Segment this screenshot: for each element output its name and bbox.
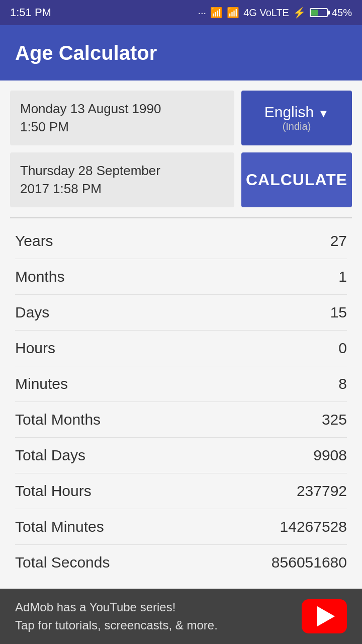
date-input-2[interactable]: Thursday 28 September 2017 1:58 PM: [10, 152, 234, 207]
bolt-icon: ⚡: [293, 7, 306, 19]
network-label: 4G VoLTE: [243, 7, 289, 19]
signal-icon: 📶: [227, 7, 239, 19]
ad-line2: Tap for tutorials, screencasts, & more.: [15, 616, 218, 634]
result-row: Total Seconds 856051680: [15, 545, 347, 580]
result-label: Total Minutes: [15, 518, 104, 535]
result-label: Total Months: [15, 411, 101, 428]
input-row-2: Thursday 28 September 2017 1:58 PM CALCU…: [10, 152, 352, 207]
app-title: Age Calculator: [15, 42, 157, 64]
result-value: 1: [338, 268, 347, 285]
result-value: 325: [322, 411, 347, 428]
results-section: Years 27 Months 1 Days 15 Hours 0 Minute…: [0, 218, 362, 590]
wifi-icon: 📶: [210, 7, 223, 19]
result-label: Hours: [15, 340, 55, 357]
youtube-play-button[interactable]: [302, 599, 347, 633]
result-value: 15: [330, 304, 347, 321]
result-row: Months 1: [15, 259, 347, 295]
date-input-1[interactable]: Monday 13 August 1990 1:50 PM: [10, 91, 234, 145]
calculate-button[interactable]: CALCULATE: [241, 152, 352, 207]
ad-line1: AdMob has a YouTube series!: [15, 598, 218, 616]
ad-banner[interactable]: AdMob has a YouTube series! Tap for tuto…: [0, 589, 362, 644]
result-row: Total Months 325: [15, 402, 347, 438]
input-section: Monday 13 August 1990 1:50 PM English ▼ …: [0, 80, 362, 218]
language-button[interactable]: English ▼ (India): [241, 91, 352, 145]
ad-text: AdMob has a YouTube series! Tap for tuto…: [15, 598, 218, 634]
status-bar: 1:51 PM ··· 📶 📶 4G VoLTE ⚡ 45%: [0, 0, 362, 25]
result-row: Minutes 8: [15, 366, 347, 402]
status-time: 1:51 PM: [10, 6, 51, 19]
result-value: 14267528: [280, 518, 347, 535]
result-row: Total Hours 237792: [15, 473, 347, 509]
result-row: Total Days 9908: [15, 438, 347, 473]
result-row: Days 15: [15, 295, 347, 331]
result-row: Hours 0: [15, 331, 347, 366]
result-value: 8: [338, 375, 347, 392]
language-sub: (India): [283, 121, 311, 132]
result-value: 856051680: [272, 554, 347, 571]
input-row-1: Monday 13 August 1990 1:50 PM English ▼ …: [10, 91, 352, 145]
result-value: 0: [338, 340, 347, 357]
app-bar: Age Calculator: [0, 25, 362, 80]
language-label: English ▼: [264, 104, 329, 121]
result-label: Minutes: [15, 375, 68, 392]
result-label: Total Seconds: [15, 554, 110, 571]
dropdown-arrow-icon: ▼: [318, 107, 329, 120]
battery-icon: [310, 8, 328, 17]
status-icons: ··· 📶 📶 4G VoLTE ⚡ 45%: [198, 7, 352, 19]
dots-icon: ···: [198, 7, 207, 19]
result-value: 9908: [313, 447, 347, 464]
result-row: Total Minutes 14267528: [15, 509, 347, 545]
result-label: Total Hours: [15, 482, 92, 500]
play-icon: [317, 606, 335, 626]
result-label: Total Days: [15, 447, 85, 464]
result-label: Years: [15, 232, 53, 250]
result-value: 237792: [297, 482, 347, 500]
result-row: Years 27: [15, 223, 347, 259]
battery-percent: 45%: [332, 7, 352, 19]
result-value: 27: [330, 232, 347, 250]
result-label: Months: [15, 268, 64, 285]
result-label: Days: [15, 304, 49, 321]
